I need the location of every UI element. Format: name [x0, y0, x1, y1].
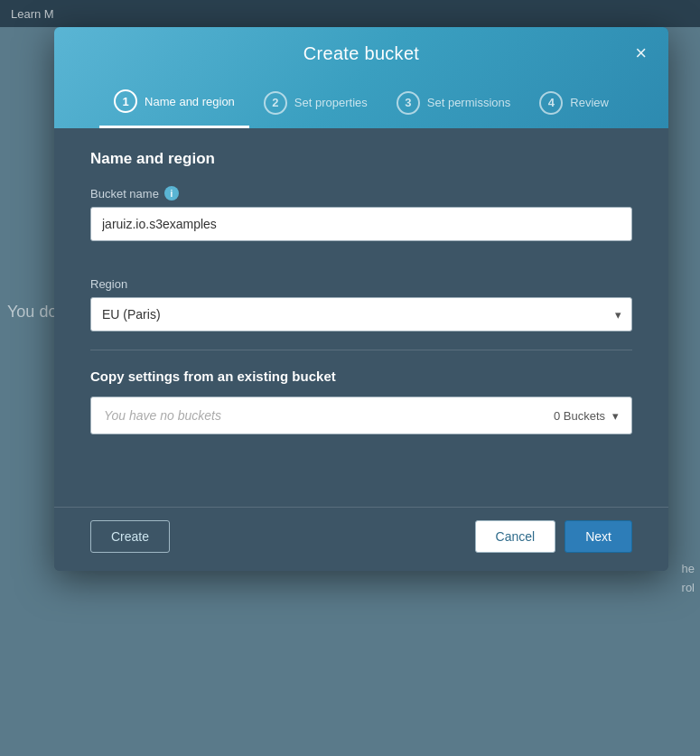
create-bucket-modal: Create bucket × 1 Name and region 2 Set …: [54, 27, 668, 571]
section-title: Name and region: [90, 150, 632, 168]
modal-title: Create bucket: [303, 43, 419, 64]
top-bar: Learn M: [0, 0, 700, 27]
no-buckets-placeholder: You have no buckets: [104, 408, 221, 423]
bucket-name-label: Bucket name i: [90, 186, 632, 201]
region-field-group: Region EU (Paris) US East (N. Virginia) …: [90, 277, 632, 331]
step-4[interactable]: 4 Review: [525, 80, 623, 128]
bucket-name-info-icon[interactable]: i: [164, 186, 179, 201]
bucket-name-field-group: Bucket name i: [90, 186, 632, 259]
step-3-circle: 3: [397, 91, 420, 115]
steps-row: 1 Name and region 2 Set properties 3 Set…: [76, 80, 647, 128]
background-left-text: You do: [0, 303, 57, 322]
section-divider: [90, 350, 632, 350]
region-label: Region: [90, 277, 632, 291]
bucket-count-label: 0 Buckets: [554, 409, 605, 423]
step-2[interactable]: 2 Set properties: [249, 80, 382, 128]
cancel-button[interactable]: Cancel: [475, 520, 556, 553]
modal-body: Name and region Bucket name i Region EU …: [54, 128, 668, 453]
step-3[interactable]: 3 Set permissions: [382, 80, 525, 128]
step-3-label: Set permissions: [427, 96, 510, 109]
region-select[interactable]: EU (Paris) US East (N. Virginia) US West…: [90, 297, 632, 331]
close-button[interactable]: ×: [630, 42, 652, 65]
background-right-text: he rol: [682, 560, 700, 598]
step-4-circle: 4: [539, 91, 563, 115]
step-2-circle: 2: [264, 91, 287, 115]
bucket-name-input[interactable]: [90, 207, 632, 241]
footer-right-buttons: Cancel Next: [475, 520, 632, 553]
modal-footer: Create Cancel Next: [54, 507, 668, 571]
step-4-label: Review: [570, 96, 609, 109]
bucket-dropdown-arrow: ▾: [612, 409, 619, 423]
top-bar-text: Learn M: [11, 7, 54, 21]
bucket-selector[interactable]: You have no buckets 0 Buckets ▾: [90, 397, 632, 434]
step-1[interactable]: 1 Name and region: [99, 80, 249, 128]
bucket-selector-inner[interactable]: You have no buckets 0 Buckets ▾: [90, 397, 632, 434]
bucket-count: 0 Buckets ▾: [554, 409, 619, 423]
region-select-wrapper: EU (Paris) US East (N. Virginia) US West…: [90, 297, 632, 331]
modal-title-row: Create bucket: [76, 43, 647, 64]
step-1-circle: 1: [114, 89, 137, 113]
copy-section-title: Copy settings from an existing bucket: [90, 369, 632, 384]
modal-header: Create bucket × 1 Name and region 2 Set …: [54, 27, 668, 128]
step-1-label: Name and region: [145, 95, 235, 108]
next-button[interactable]: Next: [565, 520, 632, 553]
create-button[interactable]: Create: [90, 520, 170, 553]
step-2-label: Set properties: [294, 96, 368, 109]
